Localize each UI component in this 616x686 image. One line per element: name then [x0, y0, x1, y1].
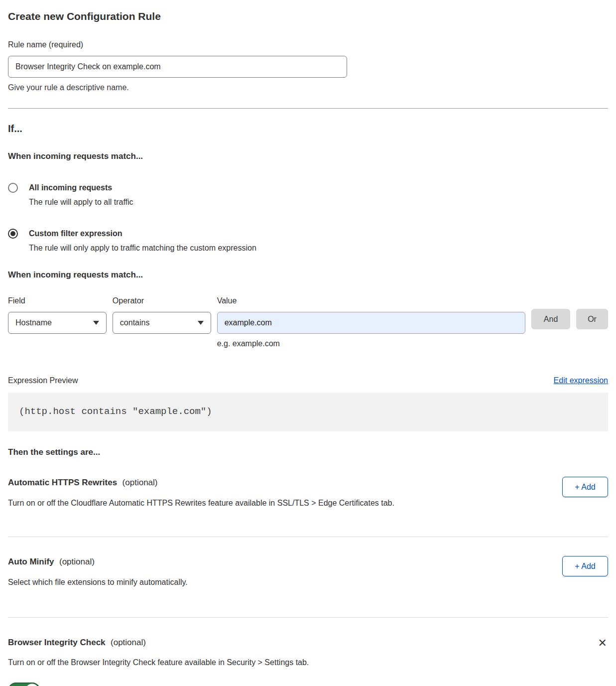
- radio-label-custom-filter: Custom filter expression: [29, 228, 256, 239]
- setting-description: Turn on or off the Browser Integrity Che…: [8, 657, 309, 668]
- expression-preview-header: Expression Preview Edit expression: [8, 375, 608, 386]
- page-title: Create new Configuration Rule: [8, 9, 608, 23]
- field-select-value: Hostname: [15, 317, 52, 328]
- setting-browser-integrity-check: Browser Integrity Check (optional) Turn …: [8, 618, 608, 686]
- section-divider: [8, 108, 608, 109]
- rule-name-label: Rule name (required): [8, 39, 608, 50]
- filter-builder-heading: When incoming requests match...: [8, 269, 608, 281]
- rule-name-group: Rule name (required) Give your rule a de…: [8, 39, 608, 93]
- chevron-down-icon: [198, 321, 204, 325]
- value-help: e.g. example.com: [217, 338, 525, 349]
- operator-select-value: contains: [120, 317, 150, 328]
- radio-option-custom-filter[interactable]: Custom filter expression The rule will o…: [8, 228, 608, 254]
- setting-optional-tag: (optional): [123, 478, 158, 487]
- close-icon[interactable]: ✕: [597, 638, 608, 649]
- setting-optional-tag: (optional): [111, 638, 146, 647]
- radio-label-all-requests: All incoming requests: [29, 182, 133, 193]
- expression-preview-box: (http.host contains "example.com"): [8, 393, 608, 431]
- match-heading: When incoming requests match...: [8, 150, 608, 162]
- radio-desc-custom-filter: The rule will only apply to traffic matc…: [29, 243, 256, 254]
- setting-description: Turn on or off the Cloudflare Automatic …: [8, 498, 394, 509]
- field-select[interactable]: Hostname: [8, 312, 107, 334]
- toggle-knob: [25, 684, 39, 686]
- or-button[interactable]: Or: [576, 309, 608, 329]
- radio-button-unselected[interactable]: [8, 183, 18, 193]
- rule-name-input[interactable]: [8, 56, 347, 78]
- add-auto-minify-button[interactable]: + Add: [562, 556, 608, 576]
- filter-builder-row: Field Hostname Operator contains Value e…: [8, 295, 608, 349]
- edit-expression-link[interactable]: Edit expression: [554, 375, 608, 386]
- radio-desc-all-requests: The rule will apply to all traffic: [29, 197, 133, 208]
- setting-title: Browser Integrity Check: [8, 638, 106, 647]
- setting-optional-tag: (optional): [59, 557, 95, 566]
- browser-integrity-check-toggle[interactable]: ✓: [8, 683, 40, 686]
- if-heading: If...: [8, 122, 608, 136]
- chevron-down-icon: [93, 321, 99, 325]
- value-label: Value: [217, 295, 525, 306]
- value-input[interactable]: [217, 312, 525, 334]
- setting-title: Auto Minify: [8, 557, 54, 566]
- setting-auto-minify: Auto Minify (optional) Select which file…: [8, 537, 608, 617]
- create-configuration-rule-form: Create new Configuration Rule Rule name …: [0, 0, 616, 686]
- field-label: Field: [8, 295, 107, 306]
- setting-description: Select which file extensions to minify a…: [8, 577, 188, 588]
- setting-automatic-https-rewrites: Automatic HTTPS Rewrites (optional) Turn…: [8, 458, 608, 537]
- add-automatic-https-rewrites-button[interactable]: + Add: [562, 477, 608, 497]
- operator-select[interactable]: contains: [113, 312, 211, 334]
- expression-preview-label: Expression Preview: [8, 375, 78, 386]
- setting-title: Automatic HTTPS Rewrites: [8, 478, 117, 487]
- expression-code: (http.host contains "example.com"): [19, 405, 212, 418]
- and-button[interactable]: And: [531, 309, 570, 329]
- settings-heading: Then the settings are...: [8, 446, 608, 458]
- rule-name-help: Give your rule a descriptive name.: [8, 82, 608, 93]
- radio-option-all-requests[interactable]: All incoming requests The rule will appl…: [8, 182, 608, 208]
- operator-label: Operator: [113, 295, 211, 306]
- radio-button-selected[interactable]: [8, 229, 18, 239]
